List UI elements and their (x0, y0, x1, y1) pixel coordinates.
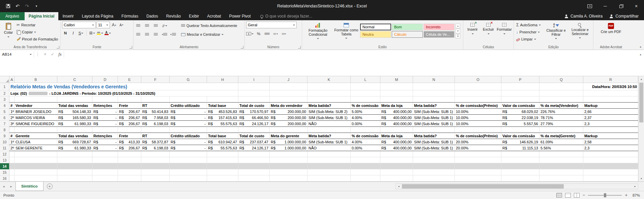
cell-R14[interactable] (583, 163, 638, 169)
cell-M11[interactable]: R$400.000,00 (380, 145, 413, 151)
row-header-8[interactable]: 8 (0, 127, 9, 133)
cell-C14[interactable] (57, 163, 92, 169)
formula-bar-collapse-chevron[interactable]: ▴ (640, 53, 641, 56)
align-bottom-button[interactable] (152, 22, 159, 29)
gallery-down-button[interactable]: ▾ (456, 29, 460, 33)
create-pdf-button[interactable]: PDF Crie um PDF (599, 22, 623, 34)
cell-H7[interactable]: R$55.575,63 (207, 121, 238, 127)
cell-L13[interactable] (351, 157, 380, 163)
comma-style-button[interactable]: 000 (264, 30, 270, 37)
cell-L12[interactable] (351, 151, 380, 157)
cell-I5[interactable]: R$170.570,97 (238, 109, 270, 115)
cell-E13[interactable] (118, 157, 141, 163)
cell-B5[interactable]: BRAINER JOSEILDO (14, 109, 57, 115)
cell-B8[interactable] (14, 127, 57, 133)
cell-P2[interactable] (501, 90, 539, 96)
bold-button[interactable]: N (62, 30, 69, 36)
cell-L8[interactable] (351, 127, 380, 133)
cell-K8[interactable] (308, 127, 351, 133)
account-user[interactable]: Camila A. Oliveira (564, 14, 603, 19)
cell-style-calculo[interactable]: Cálculo (392, 31, 423, 38)
paste-button[interactable]: Colar (1, 22, 16, 43)
decrease-font-button[interactable]: A▾ (118, 22, 125, 28)
cell-K15[interactable] (308, 169, 351, 175)
cell-I4[interactable]: Total de custo (238, 103, 270, 109)
cell-G9[interactable]: Crédito utilizado (170, 133, 207, 139)
cell-K7[interactable]: NÃO (308, 121, 351, 127)
horizontal-scrollbar[interactable]: ◂ ▸ (396, 183, 638, 189)
tab-exibir[interactable]: Exibir (185, 12, 203, 20)
cell-N6[interactable]: SIM (Sub-Meta: SUB 1) (413, 115, 455, 121)
font-name-combo[interactable]: Calibri (62, 22, 96, 28)
new-sheet-button[interactable]: + (47, 183, 53, 189)
cell-P7[interactable]: R$5.557,56 (501, 121, 539, 127)
cell-D9[interactable]: Retenções (92, 133, 118, 139)
cell-L1[interactable] (351, 83, 380, 90)
cell-B14[interactable] (14, 163, 57, 169)
cell-G7[interactable]: R$- (170, 121, 207, 127)
row-header-15[interactable]: 15 (0, 169, 9, 175)
cell-J15[interactable] (270, 169, 308, 175)
cell-K16[interactable] (308, 175, 351, 181)
cell-I3[interactable] (238, 96, 270, 103)
page-layout-view-button[interactable] (565, 193, 571, 198)
cell-E12[interactable] (118, 151, 141, 157)
column-header-D[interactable]: D (92, 76, 118, 83)
cell-A16[interactable] (9, 175, 14, 181)
column-header-N[interactable]: N (413, 76, 455, 83)
undo-button[interactable]: ↶ (13, 2, 22, 10)
cell-O3[interactable] (455, 96, 501, 103)
cell-H15[interactable] (207, 169, 238, 175)
cell-K14[interactable] (308, 163, 351, 169)
cell-Q9[interactable]: % da meta(Gerente) (539, 133, 583, 139)
find-select-button[interactable]: Localizar e Selecionar (568, 22, 592, 42)
cancel-entry-button[interactable]: × (41, 52, 49, 57)
column-header-G[interactable]: G (170, 76, 207, 83)
cell-C10[interactable]: R$669.728,67 (57, 139, 92, 145)
hscroll-left-arrow[interactable]: ◂ (396, 184, 402, 189)
column-header-R[interactable]: R (583, 76, 638, 83)
accounting-format-button[interactable]: $ (246, 30, 254, 37)
cell-L3[interactable] (351, 96, 380, 103)
clear-button[interactable]: Limpar (515, 36, 544, 42)
row-header-16[interactable]: 16 (0, 175, 9, 181)
cell-E10[interactable]: R$413,33 (118, 139, 141, 145)
increase-decimal-button[interactable]: 00◂ (272, 30, 279, 37)
cell-N15[interactable] (413, 169, 455, 175)
cell-C15[interactable] (57, 169, 92, 175)
column-header-P[interactable]: P (501, 76, 539, 83)
cell-C12[interactable] (57, 151, 92, 157)
cell-N1[interactable] (413, 83, 455, 90)
zoom-in-button[interactable]: + (625, 193, 627, 198)
cell-J8[interactable] (270, 127, 308, 133)
cell-C4[interactable]: Total das vendas (57, 103, 92, 109)
column-header-H[interactable]: H (207, 76, 238, 83)
cell-I15[interactable] (238, 169, 270, 175)
cell-Q7[interactable]: 27.79% (539, 121, 583, 127)
zoom-level[interactable]: 87% (631, 193, 640, 197)
cell-M13[interactable] (380, 157, 413, 163)
restore-button[interactable] (613, 0, 628, 12)
cell-P5[interactable]: R$68.029,02 (501, 109, 539, 115)
cell-I2[interactable] (238, 90, 270, 96)
borders-button[interactable]: ⊞ (89, 30, 95, 36)
cell-L14[interactable] (351, 163, 380, 169)
cell-M15[interactable] (380, 169, 413, 175)
cell-K2[interactable] (308, 90, 351, 96)
insert-cells-button[interactable]: + Inserir (465, 22, 480, 35)
autosum-button[interactable]: Σ AutoSoma (515, 22, 544, 28)
cell-K6[interactable]: SIM (Sub-Meta: SUB 1) (308, 115, 351, 121)
cell-N11[interactable]: SIM (Sub-Meta: SUB 1) (413, 145, 455, 151)
cell-B16[interactable] (14, 175, 57, 181)
cell-N16[interactable] (413, 175, 455, 181)
cell-L9[interactable]: % de comissão (351, 133, 380, 139)
align-left-button[interactable] (135, 31, 142, 38)
insert-function-button[interactable]: fx (56, 52, 64, 57)
cell-N7[interactable]: SIM (Sub-Meta: SUB 1) (413, 121, 455, 127)
cell-O15[interactable] (455, 169, 501, 175)
cell-C6[interactable]: R$165.580,33 (57, 115, 92, 121)
cell-R12[interactable] (583, 151, 638, 157)
column-header-C[interactable]: C (57, 76, 92, 83)
cell-C5[interactable]: R$504.148,33 (57, 109, 92, 115)
cell-O4[interactable]: % de comissão(Prêmio) (455, 103, 501, 109)
